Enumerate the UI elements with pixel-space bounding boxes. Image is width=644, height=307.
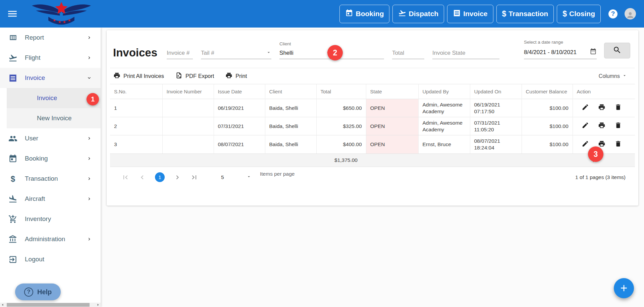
columns-chooser[interactable]: Columns (599, 73, 627, 79)
col-header-invoice-number[interactable]: Invoice Number (162, 84, 214, 99)
dollar-icon: $ (502, 9, 506, 18)
nav-transaction-button[interactable]: $ Transaction (496, 5, 554, 23)
sidebar-item-aircraft[interactable]: Aircraft (0, 189, 101, 209)
invoice-number-field[interactable] (167, 50, 193, 59)
columns-label: Columns (599, 73, 620, 79)
nav-label: Transaction (508, 10, 548, 18)
help-button[interactable]: ? Help (15, 283, 61, 300)
button-label: PDF Export (185, 73, 214, 79)
sidebar-item-logout[interactable]: Logout (0, 249, 101, 269)
search-button[interactable] (604, 43, 630, 58)
sidebar-item-transaction[interactable]: $ Transaction (0, 169, 101, 189)
help-icon[interactable]: ? (608, 9, 618, 18)
sidebar-item-user[interactable]: User (0, 128, 101, 148)
delete-icon[interactable] (614, 122, 622, 130)
table-header-row: S.No. Invoice Number Issue Date Client T… (110, 84, 635, 99)
invoice-number-input[interactable] (167, 50, 193, 56)
cell-sno: 1 (110, 99, 162, 117)
previous-page-icon[interactable] (138, 173, 146, 181)
svg-text:★: ★ (58, 20, 61, 24)
sidebar-item-invoice[interactable]: Invoice (0, 68, 101, 88)
total-field[interactable] (392, 50, 424, 59)
print-row-icon[interactable] (598, 103, 605, 112)
cell-sno: 3 (110, 135, 162, 154)
col-header-customer-balance[interactable]: Customer Balance (522, 84, 573, 99)
page-number-button[interactable]: 1 (155, 172, 165, 182)
pdf-export-button[interactable]: PDF Export (175, 72, 214, 80)
sidebar-item-label: Transaction (25, 175, 58, 182)
svg-text:★: ★ (68, 18, 71, 23)
last-page-icon[interactable] (190, 173, 198, 181)
print-button[interactable]: Print (225, 72, 247, 80)
nav-closing-button[interactable]: $ Closing (557, 5, 601, 23)
nav-invoice-button[interactable]: Invoice (447, 5, 493, 23)
invoice-state-field[interactable] (432, 50, 499, 59)
col-header-issue-date[interactable]: Issue Date (214, 84, 265, 99)
top-bar: ★ ★ ★ ★ Booking Dispatch Invoice $ Trans… (0, 0, 644, 28)
user-avatar[interactable] (625, 8, 636, 19)
scrollbar-thumb[interactable] (7, 303, 90, 307)
edit-icon[interactable] (582, 103, 589, 112)
menu-icon[interactable] (7, 8, 18, 19)
nav-dispatch-button[interactable]: Dispatch (392, 5, 444, 23)
help-label: Help (37, 288, 52, 296)
col-header-client[interactable]: Client (265, 84, 316, 99)
svg-text:★: ★ (63, 20, 66, 24)
col-header-state[interactable]: State (366, 84, 418, 99)
col-header-total[interactable]: Total (316, 84, 366, 99)
delete-icon[interactable] (614, 103, 622, 112)
cell-action (573, 135, 635, 154)
print-all-invoices-button[interactable]: Print All Invoices (113, 72, 164, 80)
sidebar-item-booking[interactable]: Booking (0, 148, 101, 169)
button-label: Print (235, 73, 247, 79)
tail-number-field[interactable] (201, 50, 271, 59)
edit-icon[interactable] (582, 140, 589, 149)
tail-number-input[interactable] (201, 50, 266, 56)
delete-icon[interactable] (614, 140, 622, 149)
edit-icon[interactable] (582, 122, 589, 130)
chevron-down-icon (622, 73, 627, 79)
date-range-input[interactable] (524, 49, 590, 56)
col-header-action[interactable]: Action (573, 84, 635, 99)
col-header-sno[interactable]: S.No. (110, 84, 162, 99)
annotation-badge-1: 1 (87, 93, 99, 105)
total-input[interactable] (392, 50, 424, 56)
cell-issue-date: 06/19/2021 (214, 99, 265, 117)
cell-customer-balance: $100.00 (522, 99, 573, 117)
dropdown-arrow-icon[interactable] (266, 50, 271, 56)
cart-plus-icon (8, 215, 17, 224)
col-header-updated-by[interactable]: Updated By (418, 84, 470, 99)
sidebar-item-label: Aircraft (25, 195, 45, 203)
col-header-updated-on[interactable]: Updated On (470, 84, 522, 99)
sidebar-item-flight[interactable]: Flight (0, 48, 101, 68)
cell-issue-date: 08/07/2021 (214, 135, 265, 154)
add-invoice-fab[interactable]: + (614, 278, 634, 298)
page-size-select[interactable]: 5 (216, 174, 251, 180)
receipt-icon (453, 9, 461, 19)
cell-total: $325.00 (316, 117, 366, 135)
nav-booking-button[interactable]: Booking (339, 5, 389, 23)
table-row: 3 08/07/2021 Baida, Shelli $400.00 OPEN … (110, 135, 635, 154)
date-range-field[interactable]: Select a date range (524, 40, 597, 59)
invoice-state-input[interactable] (432, 50, 499, 56)
first-page-icon[interactable] (121, 173, 129, 181)
logout-icon (8, 255, 17, 264)
sidebar-item-report[interactable]: Report (0, 28, 101, 48)
cell-customer-balance: $100.00 (522, 135, 573, 154)
printer-icon (225, 72, 232, 80)
sidebar-horizontal-scrollbar[interactable] (0, 303, 101, 307)
cell-issue-date: 07/31/2021 (214, 117, 265, 135)
sidebar-subitem-new-invoice[interactable]: New Invoice (7, 108, 101, 128)
next-page-icon[interactable] (173, 173, 181, 181)
sidebar-item-administration[interactable]: Administration (0, 229, 101, 249)
sidebar-item-inventory[interactable]: Inventory (0, 209, 101, 229)
dollar-icon: $ (562, 9, 567, 18)
flight-takeoff-icon (8, 53, 17, 62)
calendar-icon[interactable] (590, 48, 597, 56)
cell-updated-by: Ernst, Bruce (418, 135, 470, 154)
nav-label: Closing (569, 10, 595, 18)
cell-updated-on: 08/07/2021 18:24:04 (470, 135, 522, 154)
print-row-icon[interactable] (598, 122, 605, 130)
dollar-icon: $ (8, 174, 17, 183)
cell-client: Baida, Shelli (265, 117, 316, 135)
